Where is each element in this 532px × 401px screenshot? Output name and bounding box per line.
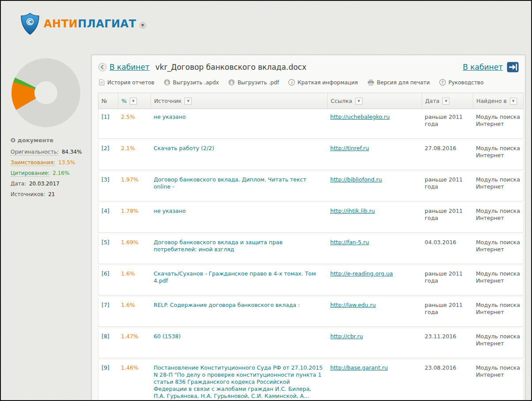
- table-header-row: № % ▼ Источник ▼ Ссылка ▼ Дата ▼ Найдено…: [98, 93, 524, 109]
- table-row: [1] 2.5% не указано http://uchebalegko.r…: [98, 109, 524, 139]
- date-stat: Дата: 20.03.2017: [11, 181, 88, 187]
- question-icon: ?: [439, 79, 446, 86]
- exit-to-cabinet-icon[interactable]: [507, 62, 519, 72]
- toolbar-item-label: Выгрузить .pdf: [238, 79, 279, 86]
- cabinet-link[interactable]: В кабинет: [463, 63, 503, 72]
- back-to-cabinet-link[interactable]: В кабинет: [109, 63, 150, 72]
- guide-button[interactable]: ? Руководство: [439, 79, 484, 86]
- row-percent: 2.5%: [118, 113, 151, 134]
- report-toolbar: История отчетов Выгрузить .apdx Выгрузит…: [92, 74, 525, 90]
- sort-dropdown-button[interactable]: ▼: [355, 98, 362, 105]
- panel-header: В кабинет vkr_Договор банковского вклада…: [92, 55, 525, 74]
- row-source-link[interactable]: http://tinref.ru: [330, 145, 369, 151]
- row-number: [5]: [98, 239, 118, 260]
- toolbar-item-label: Версия для печати: [377, 79, 430, 86]
- print-version-button[interactable]: Версия для печати: [367, 79, 430, 86]
- svg-text:?: ?: [441, 80, 444, 85]
- sort-dropdown-button[interactable]: ▼: [442, 98, 449, 105]
- sort-dropdown-button[interactable]: ▼: [510, 98, 517, 105]
- row-number: [2]: [98, 145, 118, 166]
- row-source-link[interactable]: http://base.garant.ru: [330, 364, 388, 371]
- row-source-link[interactable]: http://uchebalegko.ru: [330, 113, 390, 120]
- row-number: [1]: [98, 113, 118, 134]
- row-source-link[interactable]: http://bibliofond.ru: [330, 176, 382, 183]
- report-history-button[interactable]: История отчетов: [99, 79, 155, 86]
- row-source-link[interactable]: http://law.edu.ru: [330, 302, 376, 308]
- column-header-date[interactable]: Дата ▼: [422, 93, 473, 109]
- svg-text:i: i: [291, 80, 293, 85]
- report-history-icon: [99, 79, 105, 86]
- row-percent: 1.78%: [118, 208, 151, 228]
- row-source: не указано: [151, 208, 327, 228]
- column-label: №: [102, 98, 107, 104]
- originality-value: 84.34%: [62, 149, 82, 155]
- row-found-in: Модуль поиска Интернет: [473, 176, 524, 197]
- row-source-link[interactable]: http://cbr.ru: [330, 333, 363, 340]
- info-icon: i: [288, 79, 295, 86]
- row-source: Договор банковского вклада. Диплом. Чита…: [151, 176, 327, 197]
- antiplagiat-logo[interactable]: © АНТИПЛАГИАТ ▼: [20, 12, 146, 35]
- column-header-source[interactable]: Источник ▼: [151, 93, 327, 109]
- column-label[interactable]: Источник: [154, 98, 181, 104]
- about-title: О документе: [11, 137, 88, 144]
- row-source-link[interactable]: http://e-reading.org.ua: [330, 270, 393, 277]
- row-percent: 1.6%: [118, 270, 151, 291]
- row-found-in: Модуль поиска Интернет: [473, 302, 524, 322]
- row-date: раньше 2011 года: [422, 113, 473, 134]
- column-label[interactable]: Найдено в: [476, 98, 507, 104]
- toolbar-item-label: Выгрузить .apdx: [173, 79, 219, 86]
- toolbar-item-label: Краткая информация: [298, 79, 358, 86]
- column-label[interactable]: Дата: [425, 98, 439, 104]
- column-header-link[interactable]: Ссылка ▼: [327, 93, 422, 109]
- row-percent: 1.46%: [118, 364, 151, 400]
- back-arrow-icon[interactable]: [98, 63, 107, 72]
- sort-dropdown-button[interactable]: ▼: [185, 98, 192, 105]
- row-number: [9]: [98, 364, 118, 400]
- download-icon: [164, 79, 170, 86]
- chevron-down-icon[interactable]: ▼: [140, 22, 146, 29]
- row-source-link[interactable]: http://ihtik.lib.ru: [330, 208, 375, 214]
- table-row: [7] 1.6% RELP. Содержание договора банко…: [98, 297, 524, 327]
- antiplagiat-report-page: { "colors": { "accent_orange": "#f07c00"…: [0, 0, 532, 401]
- column-header-found-in[interactable]: Найдено в ▼: [473, 93, 524, 109]
- citations-label: Цитирование:: [11, 170, 49, 177]
- export-apdx-button[interactable]: Выгрузить .apdx: [164, 79, 219, 86]
- table-row: [9] 1.46% Постановление Конституционного…: [98, 360, 524, 401]
- toolbar-item-label: История отчетов: [107, 79, 155, 86]
- date-label: Дата:: [11, 181, 26, 187]
- row-source: Постановление Конституционного Суда РФ о…: [151, 364, 327, 400]
- row-source: 60 (1538): [151, 333, 327, 354]
- column-header-percent[interactable]: % ▼: [118, 93, 151, 109]
- row-date: раньше 2011 года: [422, 270, 473, 291]
- table-row: [3] 1.97% Договор банковского вклада. Ди…: [98, 172, 524, 201]
- logo-text: АНТИПЛАГИАТ: [44, 18, 136, 30]
- row-found-in: Модуль поиска Интернет: [473, 208, 524, 228]
- column-label[interactable]: Ссылка: [331, 98, 352, 104]
- column-header-num: №: [98, 93, 118, 109]
- sources-stat: Источников: 21: [11, 191, 88, 198]
- export-pdf-button[interactable]: Выгрузить .pdf: [228, 79, 279, 86]
- borrowings-stat: Заимствования: 13.5%: [11, 159, 88, 166]
- row-source: не указано: [151, 113, 327, 134]
- row-source: RELP. Содержание договора банковского вк…: [151, 302, 327, 322]
- originality-label: Оригинальность:: [11, 149, 59, 155]
- row-percent: 1.97%: [118, 176, 151, 197]
- svg-text:©: ©: [25, 16, 35, 27]
- column-label[interactable]: %: [121, 98, 127, 104]
- originality-stat: Оригинальность: 84.34%: [11, 149, 88, 155]
- printer-icon: [367, 79, 374, 86]
- row-percent: 2.1%: [118, 145, 151, 166]
- report-panel: В кабинет vkr_Договор банковского вклада…: [91, 55, 525, 401]
- row-found-in: Модуль поиска Интернет: [473, 333, 524, 354]
- row-source-link[interactable]: http://fan-5.ru: [330, 239, 369, 246]
- row-number: [6]: [98, 270, 118, 291]
- row-found-in: Модуль поиска Интернет: [473, 364, 524, 400]
- row-found-in: Модуль поиска Интернет: [473, 145, 524, 166]
- sort-dropdown-button[interactable]: ▼: [130, 98, 137, 105]
- brief-info-button[interactable]: i Краткая информация: [288, 79, 358, 86]
- row-date: 23.11.2016: [422, 333, 473, 354]
- row-number: [8]: [98, 333, 118, 354]
- row-found-in: Модуль поиска Интернет: [473, 270, 524, 291]
- row-number: [3]: [98, 176, 118, 197]
- row-date: раньше 2011 года: [422, 302, 473, 322]
